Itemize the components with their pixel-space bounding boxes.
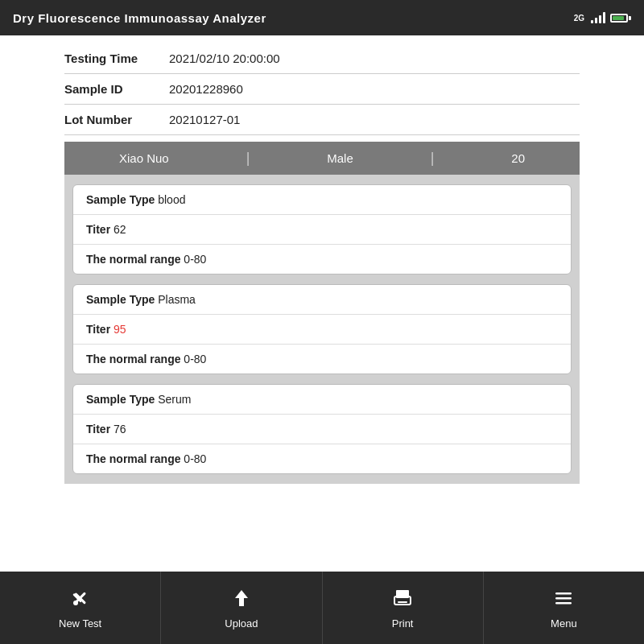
svg-rect-10 (555, 592, 572, 595)
patient-name: Xiao Nuo (119, 151, 169, 165)
patient-gender: Male (327, 151, 353, 165)
cards-container: Sample Type bloodTiter 62The normal rang… (64, 175, 580, 484)
new-test-icon (69, 587, 92, 613)
svg-rect-11 (555, 597, 572, 600)
svg-point-2 (73, 601, 78, 605)
svg-marker-4 (235, 590, 248, 606)
bottom-nav: New Test Upload Print (0, 572, 644, 644)
svg-rect-12 (555, 602, 572, 605)
sample-id-row: Sample ID 20201228960 (64, 74, 580, 105)
svg-point-9 (407, 598, 410, 601)
sample-id-label: Sample ID (64, 82, 169, 96)
sample-type-row-2: Sample Type Serum (73, 385, 571, 415)
normal-range-row-0: The normal range 0-80 (73, 245, 571, 274)
normal-range-row-1: The normal range 0-80 (73, 345, 571, 374)
status-icons: 2G (574, 12, 631, 23)
patient-header: Xiao Nuo | Male | 20 (64, 142, 580, 175)
sample-card-0: Sample Type bloodTiter 62The normal rang… (72, 184, 572, 275)
signal-icon (591, 12, 605, 23)
main-content: Testing Time 2021/02/10 20:00:00 Sample … (0, 35, 644, 572)
patient-age: 20 (511, 151, 525, 165)
sample-id-value: 20201228960 (169, 82, 243, 96)
svg-rect-7 (398, 601, 407, 603)
titer-row-1: Titer 95 (73, 315, 571, 345)
lot-number-row: Lot Number 20210127-01 (64, 105, 580, 135)
signal-2g-label: 2G (574, 14, 584, 23)
app-title: Dry Fluorescence Immunoassay Analyzer (13, 11, 266, 25)
testing-time-row: Testing Time 2021/02/10 20:00:00 (64, 43, 580, 74)
menu-icon (552, 587, 575, 613)
sample-type-row-1: Sample Type Plasma (73, 285, 571, 315)
testing-time-value: 2021/02/10 20:00:00 (169, 52, 280, 65)
sample-card-1: Sample Type PlasmaTiter 95The normal ran… (72, 284, 572, 374)
print-icon (391, 587, 414, 613)
titer-row-0: Titer 62 (73, 215, 571, 245)
upload-label: Upload (225, 617, 258, 630)
new-test-label: New Test (59, 617, 101, 630)
lot-number-value: 20210127-01 (169, 113, 240, 126)
upload-button[interactable]: Upload (161, 572, 322, 644)
battery-icon (610, 14, 631, 23)
svg-rect-8 (398, 604, 404, 605)
status-bar: Dry Fluorescence Immunoassay Analyzer 2G (0, 0, 644, 35)
titer-row-2: Titer 76 (73, 415, 571, 444)
print-button[interactable]: Print (323, 572, 484, 644)
upload-icon (230, 587, 253, 613)
lot-number-label: Lot Number (64, 113, 169, 126)
new-test-button[interactable]: New Test (0, 572, 161, 644)
normal-range-row-2: The normal range 0-80 (73, 444, 571, 473)
sample-type-row-0: Sample Type blood (73, 185, 571, 215)
menu-button[interactable]: Menu (484, 572, 644, 644)
testing-time-label: Testing Time (64, 52, 169, 65)
menu-label: Menu (551, 617, 577, 630)
sample-card-2: Sample Type SerumTiter 76The normal rang… (72, 384, 572, 474)
print-label: Print (392, 617, 414, 630)
